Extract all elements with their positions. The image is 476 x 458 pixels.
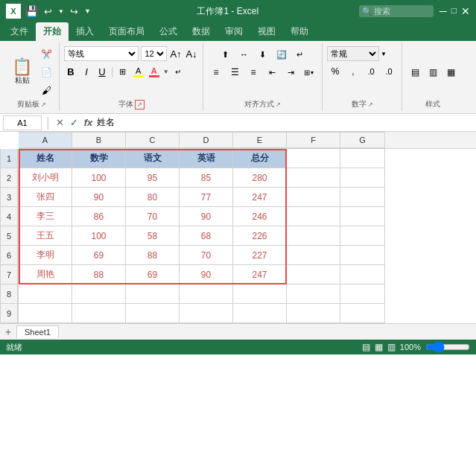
cell-f9[interactable] bbox=[287, 304, 340, 323]
cell-g9[interactable] bbox=[340, 304, 385, 323]
cell-a4[interactable]: 李三 bbox=[19, 207, 72, 226]
close-button[interactable]: ✕ bbox=[461, 5, 470, 17]
thousands-sep-button[interactable]: , bbox=[345, 63, 361, 80]
conditional-format-button[interactable]: ▤ bbox=[407, 64, 423, 80]
cell-f6[interactable] bbox=[287, 246, 340, 265]
cell-c4[interactable]: 70 bbox=[126, 207, 180, 226]
cell-styles-button[interactable]: ▦ bbox=[442, 64, 459, 80]
cell-b3[interactable]: 90 bbox=[72, 188, 126, 207]
number-format-dropdown[interactable]: ▼ bbox=[381, 51, 387, 57]
decrease-font-button[interactable]: A↓ bbox=[185, 47, 198, 60]
cell-d5[interactable]: 68 bbox=[180, 226, 233, 246]
fill-color-button[interactable]: A bbox=[132, 65, 145, 78]
number-format-select[interactable]: 常规 bbox=[327, 46, 379, 61]
maximize-button[interactable]: □ bbox=[451, 5, 457, 17]
tab-insert[interactable]: 插入 bbox=[69, 22, 101, 41]
font-color-button[interactable]: A bbox=[147, 65, 161, 78]
formula-input[interactable]: 姓名 bbox=[97, 118, 473, 128]
align-bottom-button[interactable]: ⬇ bbox=[255, 46, 271, 63]
format-table-button[interactable]: ▥ bbox=[425, 64, 441, 80]
cut-button[interactable]: ✂️ bbox=[38, 46, 54, 63]
cell-c7[interactable]: 69 bbox=[126, 265, 180, 284]
cell-g3[interactable] bbox=[340, 188, 385, 207]
cell-g1[interactable] bbox=[340, 149, 385, 168]
save-icon[interactable]: 💾 bbox=[25, 5, 38, 17]
wrap-text-button[interactable]: ↵ bbox=[171, 65, 185, 78]
clipboard-expand-icon[interactable]: ↗ bbox=[41, 101, 46, 108]
customize-qat-icon[interactable]: ▼ bbox=[84, 7, 91, 15]
tab-page-layout[interactable]: 页面布局 bbox=[101, 22, 152, 41]
undo-icon[interactable]: ↩ bbox=[44, 6, 52, 17]
cell-a1[interactable]: 姓名 bbox=[19, 149, 72, 168]
minimize-button[interactable]: ─ bbox=[439, 5, 447, 17]
bold-button[interactable]: B bbox=[64, 65, 77, 78]
cell-b2[interactable]: 100 bbox=[72, 168, 126, 188]
tab-home[interactable]: 开始 bbox=[36, 22, 69, 41]
page-break-view-button[interactable]: ▥ bbox=[387, 342, 396, 352]
cell-c6[interactable]: 88 bbox=[126, 246, 180, 265]
cell-g7[interactable] bbox=[340, 265, 385, 284]
decrease-decimal-button[interactable]: .0 bbox=[381, 63, 397, 80]
format-painter-button[interactable]: 🖌 bbox=[38, 82, 54, 98]
align-top-button[interactable]: ⬆ bbox=[218, 46, 234, 63]
underline-button[interactable]: U bbox=[95, 65, 109, 78]
font-extra-dropdown[interactable]: ▼ bbox=[163, 69, 169, 75]
cell-g8[interactable] bbox=[340, 284, 385, 304]
tab-data[interactable]: 数据 bbox=[185, 22, 218, 41]
align-left-button[interactable]: ≡ bbox=[208, 64, 224, 80]
redo-icon[interactable]: ↪ bbox=[70, 6, 78, 17]
cell-e2[interactable]: 280 bbox=[233, 168, 287, 188]
cell-c8[interactable] bbox=[126, 284, 180, 304]
borders-button[interactable]: ⊞ bbox=[116, 65, 130, 78]
cell-e3[interactable]: 247 bbox=[233, 188, 287, 207]
page-layout-view-button[interactable]: ▦ bbox=[375, 342, 383, 352]
cell-b4[interactable]: 86 bbox=[72, 207, 126, 226]
cell-f3[interactable] bbox=[287, 188, 340, 207]
sheet-tab-1[interactable]: Sheet1 bbox=[16, 325, 59, 338]
zoom-slider[interactable] bbox=[425, 341, 470, 353]
tab-formula[interactable]: 公式 bbox=[152, 22, 185, 41]
cell-f2[interactable] bbox=[287, 168, 340, 188]
align-right-button[interactable]: ≡ bbox=[245, 64, 261, 80]
angle-text-button[interactable]: 🔄 bbox=[273, 46, 290, 63]
cell-g5[interactable] bbox=[340, 226, 385, 246]
cell-a3[interactable]: 张四 bbox=[19, 188, 72, 207]
cell-e4[interactable]: 246 bbox=[233, 207, 287, 226]
search-box[interactable]: 🔍 bbox=[359, 5, 434, 17]
cell-e6[interactable]: 227 bbox=[233, 246, 287, 265]
cell-b9[interactable] bbox=[72, 304, 126, 323]
tab-view[interactable]: 视图 bbox=[250, 22, 283, 41]
cell-c5[interactable]: 58 bbox=[126, 226, 180, 246]
insert-function-icon[interactable]: fx bbox=[83, 117, 95, 128]
wrap-text-btn[interactable]: ↵ bbox=[292, 46, 308, 63]
cell-e7[interactable]: 247 bbox=[233, 265, 287, 284]
cell-f5[interactable] bbox=[287, 226, 340, 246]
cell-d9[interactable] bbox=[180, 304, 233, 323]
cell-d8[interactable] bbox=[180, 284, 233, 304]
cell-c2[interactable]: 95 bbox=[126, 168, 180, 188]
cell-g6[interactable] bbox=[340, 246, 385, 265]
merge-center-button[interactable]: ⊞▼ bbox=[301, 64, 317, 80]
tab-help[interactable]: 帮助 bbox=[283, 22, 316, 41]
cell-a9[interactable] bbox=[19, 304, 72, 323]
cell-d3[interactable]: 77 bbox=[180, 188, 233, 207]
align-middle-button[interactable]: ↔ bbox=[236, 46, 253, 63]
cell-a2[interactable]: 刘小明 bbox=[19, 168, 72, 188]
cell-d2[interactable]: 85 bbox=[180, 168, 233, 188]
font-size-select[interactable]: 12 bbox=[141, 46, 167, 61]
cell-c1[interactable]: 语文 bbox=[126, 149, 180, 168]
tab-file[interactable]: 文件 bbox=[3, 22, 36, 41]
cell-g2[interactable] bbox=[340, 168, 385, 188]
cell-b6[interactable]: 69 bbox=[72, 246, 126, 265]
cell-a7[interactable]: 周艳 bbox=[19, 265, 72, 284]
copy-button[interactable]: 📄 bbox=[38, 64, 54, 80]
cell-c3[interactable]: 80 bbox=[126, 188, 180, 207]
cell-e8[interactable] bbox=[233, 284, 287, 304]
decrease-indent-button[interactable]: ⇤ bbox=[264, 64, 280, 80]
cell-e9[interactable] bbox=[233, 304, 287, 323]
cell-d4[interactable]: 90 bbox=[180, 207, 233, 226]
confirm-formula-icon[interactable]: ✓ bbox=[69, 117, 80, 128]
increase-font-button[interactable]: A↑ bbox=[169, 47, 183, 60]
cancel-formula-icon[interactable]: ✕ bbox=[54, 117, 66, 128]
add-sheet-button[interactable]: ＋ bbox=[3, 325, 13, 339]
